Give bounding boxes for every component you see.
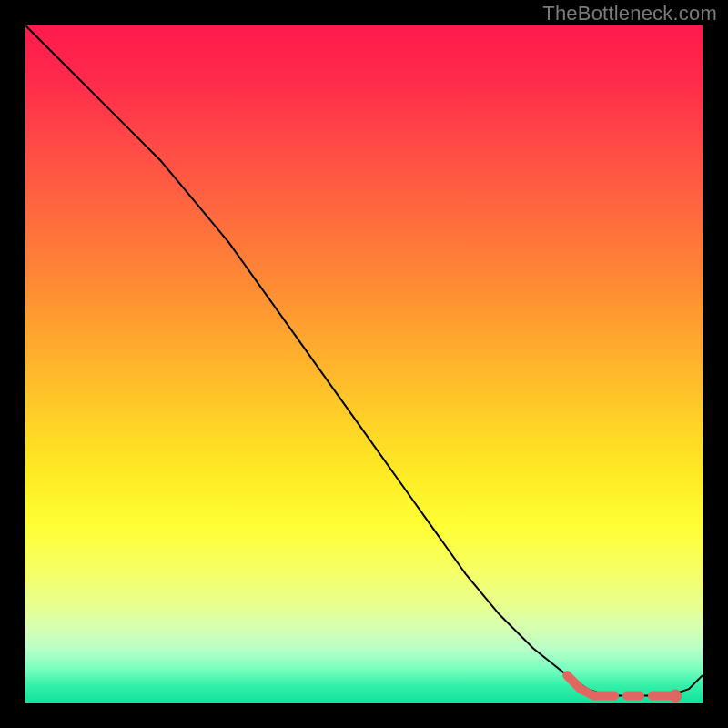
bottleneck-curve	[25, 25, 703, 696]
optimal-range-end-dot	[669, 690, 682, 703]
chart-stage: TheBottleneck.com	[0, 0, 728, 728]
optimal-range-hook	[567, 675, 594, 695]
watermark-text: TheBottleneck.com	[542, 2, 717, 25]
plot-area	[25, 25, 703, 703]
chart-overlay	[25, 25, 703, 703]
